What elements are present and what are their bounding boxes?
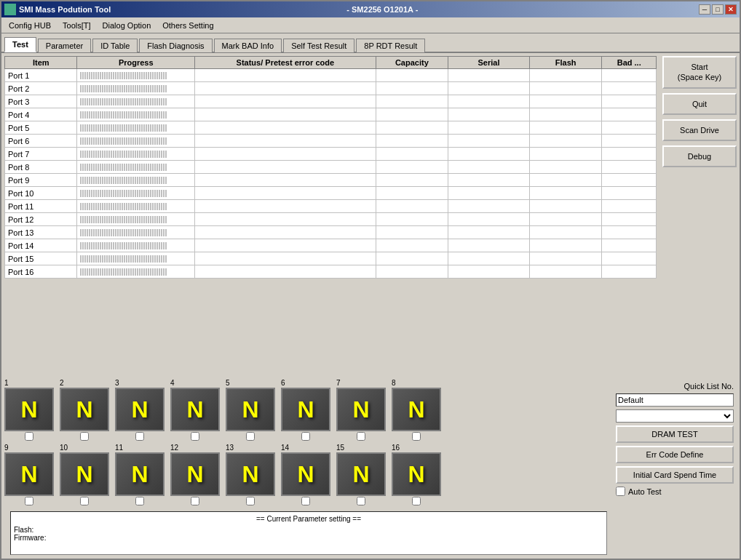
- close-button[interactable]: ✕: [725, 4, 737, 15]
- port-capacity-cell: [376, 265, 448, 279]
- drive-icon[interactable]: N: [336, 452, 386, 496]
- tab-flash-diagnosis[interactable]: Flash Diagnosis: [139, 39, 212, 52]
- port-status-cell: [195, 148, 376, 161]
- drive-checkbox[interactable]: [246, 497, 255, 505]
- port-serial-cell: [448, 82, 530, 95]
- drive-checkbox[interactable]: [135, 432, 144, 441]
- drive-number: 16: [392, 444, 400, 452]
- port-status-cell: [195, 108, 376, 121]
- drive-checkbox[interactable]: [412, 432, 421, 441]
- dram-test-button[interactable]: DRAM TEST: [616, 425, 734, 443]
- port-item-cell: Port 5: [5, 121, 77, 135]
- quit-button[interactable]: Quit: [662, 93, 737, 115]
- drive-slot: 7N: [336, 379, 386, 441]
- quick-list-input[interactable]: [616, 393, 734, 407]
- drive-checkbox[interactable]: [135, 497, 144, 505]
- port-serial-cell: [448, 174, 530, 187]
- port-progress-cell: [77, 187, 195, 200]
- port-bad-cell: [602, 265, 657, 279]
- scan-drive-button[interactable]: Scan Drive: [662, 119, 737, 141]
- param-firmware: Firmware:: [14, 534, 603, 542]
- tab-test[interactable]: Test: [4, 37, 36, 52]
- col-header-bad: Bad ...: [602, 57, 657, 69]
- table-row: Port 6: [5, 135, 657, 148]
- drive-checkbox[interactable]: [80, 497, 89, 505]
- quick-list-dropdown[interactable]: [616, 409, 734, 423]
- drive-slot: 16N: [392, 444, 441, 505]
- port-progress-cell: [77, 95, 195, 108]
- debug-button[interactable]: Debug: [662, 145, 737, 167]
- auto-test-checkbox[interactable]: [616, 487, 625, 496]
- drive-icon[interactable]: N: [115, 388, 165, 431]
- drive-icon[interactable]: N: [336, 388, 386, 431]
- drive-letter: N: [242, 461, 258, 488]
- drive-icon[interactable]: N: [281, 452, 330, 496]
- app-icon: [4, 4, 16, 15]
- drive-icon[interactable]: N: [115, 452, 165, 496]
- app-title: SMI Mass Podution Tool: [19, 5, 111, 14]
- port-item-cell: Port 10: [5, 187, 77, 200]
- drive-checkbox[interactable]: [191, 432, 199, 441]
- drive-checkbox[interactable]: [246, 432, 255, 441]
- drive-checkbox[interactable]: [80, 432, 89, 441]
- drive-icon[interactable]: N: [60, 452, 109, 496]
- port-progress-cell: [77, 161, 195, 174]
- menu-config-hub[interactable]: Config HUB: [3, 20, 57, 31]
- drive-icon[interactable]: N: [4, 452, 54, 496]
- port-item-cell: Port 1: [5, 69, 77, 82]
- drive-icon[interactable]: N: [170, 452, 220, 496]
- tab-mark-bad-info[interactable]: Mark BAD Info: [214, 39, 282, 52]
- drive-icon[interactable]: N: [60, 388, 109, 431]
- drive-letter: N: [242, 396, 258, 423]
- drive-icon[interactable]: N: [392, 452, 441, 496]
- drive-number: 3: [115, 379, 119, 387]
- drive-icon[interactable]: N: [170, 388, 220, 431]
- port-flash-cell: [529, 200, 601, 213]
- menu-tools[interactable]: Tools[T]: [57, 20, 97, 31]
- table-row: Port 14: [5, 239, 657, 252]
- maximize-button[interactable]: □: [712, 4, 724, 15]
- initial-card-spend-button[interactable]: Initial Card Spend Time: [616, 466, 734, 484]
- drive-checkbox[interactable]: [25, 432, 33, 441]
- menu-dialog-option[interactable]: Dialog Option: [97, 20, 157, 31]
- drive-checkbox[interactable]: [191, 497, 199, 505]
- drive-checkbox[interactable]: [357, 497, 365, 505]
- minimize-button[interactable]: ─: [699, 4, 710, 15]
- tab-8p-rdt-result[interactable]: 8P RDT Result: [356, 39, 425, 52]
- port-capacity-cell: [376, 108, 448, 121]
- start-button[interactable]: Start (Space Key): [662, 56, 737, 89]
- drive-checkbox[interactable]: [301, 432, 310, 441]
- drive-number: 7: [336, 379, 341, 387]
- drive-icon[interactable]: N: [226, 388, 275, 431]
- port-status-cell: [195, 252, 376, 265]
- drive-checkbox[interactable]: [25, 497, 33, 505]
- port-flash-cell: [529, 135, 601, 148]
- port-flash-cell: [529, 82, 601, 95]
- port-capacity-cell: [376, 121, 448, 135]
- port-table: Item Progress Status/ Pretest error code…: [4, 56, 657, 279]
- drive-icon[interactable]: N: [281, 388, 330, 431]
- drive-checkbox[interactable]: [412, 497, 421, 505]
- col-header-progress: Progress: [77, 57, 195, 69]
- drive-number: 13: [226, 444, 234, 452]
- menu-others-setting[interactable]: Others Setting: [156, 20, 219, 31]
- port-status-cell: [195, 121, 376, 135]
- table-row: Port 12: [5, 213, 657, 226]
- tab-parameter[interactable]: Parameter: [38, 39, 91, 52]
- port-status-cell: [195, 95, 376, 108]
- tab-self-test-result[interactable]: Self Test Result: [283, 39, 354, 52]
- port-capacity-cell: [376, 148, 448, 161]
- drive-icon[interactable]: N: [226, 452, 275, 496]
- tab-id-table[interactable]: ID Table: [92, 39, 138, 52]
- port-status-cell: [195, 82, 376, 95]
- port-capacity-cell: [376, 82, 448, 95]
- drive-checkbox[interactable]: [301, 497, 310, 505]
- drive-checkbox[interactable]: [357, 432, 365, 441]
- err-code-define-button[interactable]: Err Code Define: [616, 446, 734, 463]
- port-bad-cell: [602, 213, 657, 226]
- title-bar: SMI Mass Podution Tool - SM2256 O1201A -…: [1, 1, 740, 17]
- port-item-cell: Port 14: [5, 239, 77, 252]
- drive-icon[interactable]: N: [4, 388, 54, 431]
- drive-letter: N: [352, 396, 369, 423]
- drive-icon[interactable]: N: [392, 388, 441, 431]
